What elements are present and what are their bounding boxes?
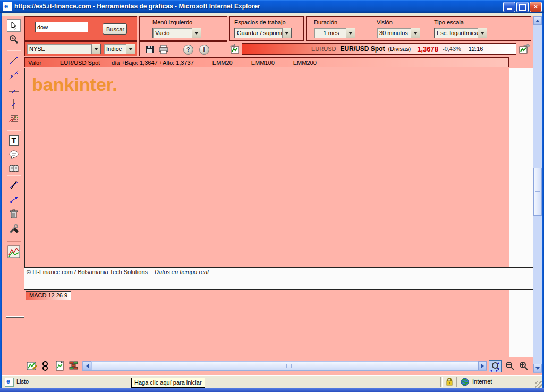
chart-page-icon[interactable] bbox=[55, 361, 66, 371]
trend-line-tool-icon[interactable] bbox=[7, 54, 21, 67]
macd-label: MACD 12 26 9 bbox=[26, 291, 71, 300]
save-icon[interactable] bbox=[144, 44, 156, 55]
book-tool-icon[interactable] bbox=[7, 163, 21, 175]
workspaces-select[interactable]: Guardar / suprimir... bbox=[234, 28, 292, 38]
trash-icon[interactable] bbox=[7, 208, 21, 220]
nav-forward-chart-icon[interactable] bbox=[518, 43, 530, 55]
internet-globe-icon bbox=[461, 378, 469, 387]
exchange-panel: NYSE Indice bbox=[24, 41, 137, 56]
chevron-down-icon[interactable] bbox=[346, 28, 355, 38]
new-chart-icon[interactable] bbox=[27, 361, 37, 371]
close-button[interactable]: × bbox=[530, 2, 542, 12]
legend-day-range: día +Bajo: 1,3647 +Alto: 1,3737 bbox=[112, 59, 194, 66]
link-icon[interactable] bbox=[41, 361, 52, 371]
delete-line-tool-icon[interactable] bbox=[7, 178, 21, 191]
quote-bar: EURUSD EUR/USD Spot (Divisas) 1,3678 -0,… bbox=[242, 43, 516, 55]
scale-type-label: Tipo escala bbox=[434, 19, 464, 25]
status-text: Listo bbox=[16, 378, 29, 385]
scroll-left-icon[interactable] bbox=[83, 361, 91, 370]
time-axis: © IT-Finance.com / Bolsamania Tech Solut… bbox=[24, 268, 509, 289]
vertical-scroll-thumb[interactable] bbox=[533, 168, 542, 216]
left-menu-label: Menú izquierdo bbox=[152, 19, 192, 25]
instrument-select[interactable]: Indice bbox=[104, 44, 135, 54]
tool-divider bbox=[7, 175, 21, 176]
zoom-tool-icon[interactable] bbox=[7, 33, 21, 46]
vertical-scrollbar[interactable] bbox=[533, 16, 542, 373]
zoom-in-icon[interactable] bbox=[517, 360, 530, 371]
scroll-right-icon[interactable] bbox=[478, 361, 487, 370]
ie-page-icon: e bbox=[3, 2, 12, 11]
vertical-line-tool-icon[interactable] bbox=[7, 98, 21, 110]
quote-category: (Divisas) bbox=[388, 46, 411, 52]
window-left-border bbox=[0, 13, 2, 388]
emm200-swatch bbox=[283, 62, 291, 64]
tool-divider bbox=[7, 130, 21, 131]
search-panel: Buscar bbox=[24, 16, 137, 41]
nav-back-chart-icon[interactable] bbox=[229, 43, 241, 55]
chevron-down-icon[interactable] bbox=[126, 44, 135, 54]
actions-panel: ? i bbox=[139, 41, 227, 56]
scroll-down-icon[interactable] bbox=[533, 364, 542, 372]
chevron-down-icon[interactable] bbox=[282, 28, 291, 38]
emm20-swatch bbox=[202, 62, 210, 64]
zoom-fit-icon[interactable] bbox=[489, 360, 502, 372]
exchange-select[interactable]: NYSE bbox=[27, 44, 101, 54]
main-series-swatch bbox=[50, 62, 57, 64]
taskbar-tooltip: Haga clic aquí para iniciar bbox=[131, 378, 205, 388]
print-icon[interactable] bbox=[158, 44, 169, 55]
legend-emm100: EMM100 bbox=[251, 59, 275, 66]
legend-emm200: EMM200 bbox=[293, 59, 317, 66]
axis-separator-line bbox=[24, 277, 509, 277]
chevron-down-icon[interactable] bbox=[192, 28, 201, 38]
view-settings-panel: Duración 1 mes Visión 30 minutos Tipo es… bbox=[306, 16, 531, 41]
scale-type-select[interactable]: Esc. logarítmica bbox=[434, 28, 487, 38]
chevron-down-icon[interactable] bbox=[411, 28, 420, 38]
search-input[interactable] bbox=[35, 22, 88, 32]
legend-valor: Valor bbox=[28, 59, 41, 66]
minimize-button[interactable] bbox=[503, 2, 515, 12]
delete-all-lines-tool-icon[interactable] bbox=[7, 193, 21, 206]
chevron-down-icon[interactable] bbox=[478, 28, 487, 38]
macd-panel[interactable] bbox=[24, 290, 509, 357]
fibonacci-tool-icon[interactable] bbox=[7, 112, 21, 125]
text-tool-icon[interactable]: T bbox=[7, 134, 21, 147]
chart-legend: Valor EUR/USD Spot día +Bajo: 1,3647 +Al… bbox=[24, 57, 509, 67]
pointer-tool-icon[interactable] bbox=[7, 19, 21, 32]
window-title: https://es5.it-finance.com - Herramienta… bbox=[14, 3, 260, 10]
quote-change: -0,43% bbox=[443, 46, 461, 52]
menu-strip bbox=[2, 13, 542, 16]
info-icon[interactable]: i bbox=[198, 44, 210, 55]
price-chart-canvas[interactable] bbox=[24, 68, 509, 267]
tool-divider bbox=[7, 241, 21, 242]
vision-label: Visión bbox=[377, 19, 393, 25]
help-icon[interactable]: ? bbox=[182, 44, 194, 55]
legend-main-series: EUR/USD Spot bbox=[60, 59, 100, 66]
horizontal-line-tool-icon[interactable] bbox=[7, 85, 21, 98]
drawing-toolbar: T bbox=[4, 16, 24, 373]
scroll-up-icon[interactable] bbox=[533, 16, 542, 25]
tools-settings-icon[interactable] bbox=[7, 223, 21, 235]
copyright-text: © IT-Finance.com / Bolsamania Tech Solut… bbox=[27, 269, 148, 275]
duration-select[interactable]: 1 mes bbox=[314, 28, 355, 38]
zoom-out-icon[interactable] bbox=[504, 360, 516, 371]
bankinter-watermark: bankinter. bbox=[32, 74, 117, 95]
legend-emm20: EMM20 bbox=[212, 59, 233, 66]
realtime-text: Datos en tiempo real bbox=[155, 269, 209, 275]
indicator-chart-icon[interactable] bbox=[7, 244, 21, 259]
comment-tool-icon[interactable] bbox=[7, 149, 21, 161]
extended-line-tool-icon[interactable] bbox=[7, 69, 21, 81]
search-button[interactable]: Buscar bbox=[103, 23, 127, 35]
vision-select[interactable]: 30 minutos bbox=[377, 28, 420, 38]
emm100-swatch bbox=[241, 62, 249, 64]
chevron-down-icon[interactable] bbox=[91, 44, 100, 54]
horizontal-scroll-thumb[interactable] bbox=[91, 361, 478, 370]
maximize-button[interactable] bbox=[516, 2, 529, 12]
duration-label: Duración bbox=[314, 19, 337, 25]
color-palette bbox=[6, 316, 24, 318]
left-menu-select[interactable]: Vacío bbox=[152, 28, 201, 38]
bricks-icon[interactable] bbox=[69, 361, 80, 371]
resize-grip[interactable] bbox=[535, 381, 542, 388]
left-menu-panel: Menú izquierdo Vacío bbox=[139, 16, 227, 41]
quote-price: 1,3678 bbox=[417, 45, 438, 53]
horizontal-scrollbar[interactable] bbox=[82, 361, 487, 371]
